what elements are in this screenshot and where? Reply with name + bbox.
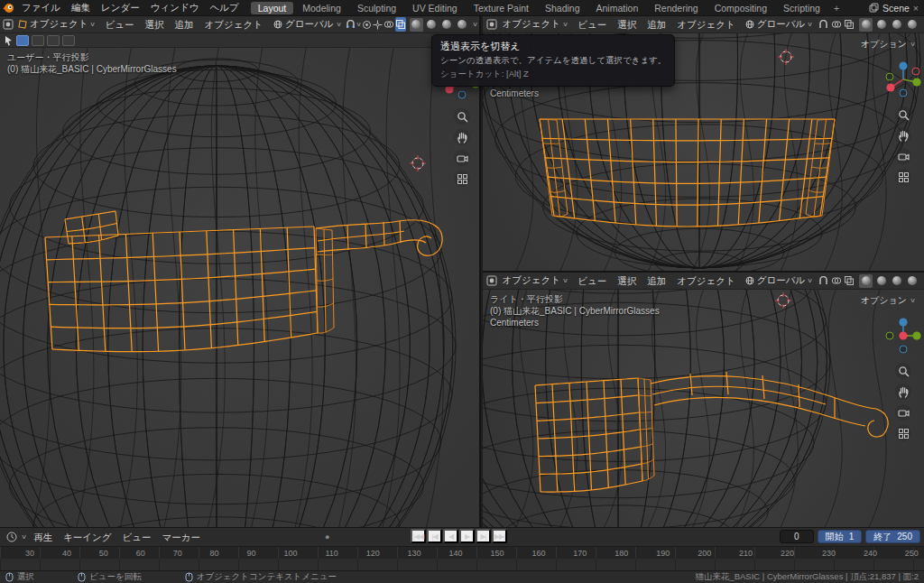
timeline-menu-item[interactable]: マーカー — [157, 530, 207, 545]
pan-hand-icon[interactable] — [895, 384, 911, 400]
topbar-menu-item[interactable]: レンダー — [96, 0, 145, 15]
topbar-menu-item[interactable]: ウィンドウ — [145, 0, 205, 15]
orthographic-toggle-icon[interactable] — [454, 171, 470, 187]
shading-solid-button[interactable] — [425, 18, 439, 32]
auto-keying-button[interactable]: ● — [325, 532, 329, 541]
viewport-menu-item[interactable]: 追加 — [170, 17, 199, 32]
camera-view-icon[interactable] — [895, 404, 911, 421]
proportional-edit-icon[interactable] — [362, 17, 372, 32]
topbar-menu-item[interactable]: ファイル — [16, 0, 66, 15]
camera-view-icon[interactable] — [454, 150, 470, 166]
viewport-menu-item[interactable]: オブジェクト — [671, 17, 740, 32]
xray-toggle-button[interactable] — [395, 17, 406, 32]
mode-selector[interactable]: オブジェクト ∨ — [499, 17, 572, 32]
viewport-bottom-right[interactable]: ライト・平行投影 (0) 猫山来花_BASIC | CyberMirrorGla… — [483, 290, 924, 527]
timeline-menu-item[interactable]: キーイング — [58, 530, 116, 545]
timeline-editor-type-icon[interactable] — [4, 530, 20, 544]
overlays-toggle-icon[interactable] — [383, 17, 394, 32]
scene-selector[interactable]: Scene × — [864, 3, 924, 14]
camera-view-icon[interactable] — [895, 148, 911, 164]
timeline-menu-item[interactable]: ビュー — [117, 530, 157, 545]
workspace-tab[interactable]: Texture Paint — [467, 2, 536, 14]
select-mode-intersect-button[interactable] — [62, 35, 75, 46]
mode-selector[interactable]: オブジェクト ∨ — [14, 17, 99, 32]
viewport-menu-item[interactable]: 追加 — [642, 273, 671, 289]
viewport-menu-item[interactable]: 選択 — [140, 17, 170, 32]
xray-toggle-button[interactable] — [843, 273, 855, 288]
workspace-tab[interactable]: UV Editing — [405, 2, 465, 14]
snap-magnet-icon[interactable] — [817, 17, 829, 32]
shading-wireframe-button[interactable] — [410, 18, 423, 32]
overlays-toggle-icon[interactable] — [830, 273, 843, 288]
shading-material-button[interactable] — [890, 18, 903, 32]
pan-hand-icon[interactable] — [454, 129, 470, 145]
workspace-tab[interactable]: Layout — [251, 2, 294, 14]
navigation-gizmo[interactable] — [882, 59, 924, 100]
workspace-tab[interactable]: Scripting — [776, 2, 827, 14]
viewport-menu-item[interactable]: ビュー — [100, 17, 140, 32]
viewport-menu-item[interactable]: 選択 — [612, 273, 642, 289]
viewport-menu-item[interactable]: ビュー — [572, 17, 612, 32]
transform-orientation-selector[interactable]: グローバル ∨ — [742, 17, 817, 32]
shading-rendered-button[interactable] — [905, 274, 919, 288]
viewport-menu-item[interactable]: オブジェクト — [199, 17, 268, 32]
jump-to-start-button[interactable]: |◀◀ — [411, 529, 426, 543]
zoom-icon[interactable] — [454, 108, 470, 125]
viewport-menu-item[interactable]: オブジェクト — [671, 273, 740, 289]
current-frame-field[interactable]: 0 — [780, 530, 814, 543]
shading-solid-button[interactable] — [874, 274, 888, 288]
xray-toggle-button[interactable] — [843, 17, 855, 32]
orthographic-toggle-icon[interactable] — [895, 169, 911, 185]
editor-type-button[interactable] — [485, 273, 498, 288]
shading-solid-button[interactable] — [874, 18, 888, 32]
zoom-icon[interactable] — [895, 363, 911, 379]
workspace-tab[interactable]: Compositing — [707, 2, 774, 14]
shading-material-button[interactable] — [440, 18, 454, 32]
select-mode-subtract-button[interactable] — [47, 35, 60, 46]
frame-end-field[interactable]: 終了 250 — [865, 530, 920, 543]
snap-options-chevron-icon[interactable]: ∨ — [356, 21, 362, 28]
previous-keyframe-button[interactable]: |◀ — [427, 529, 442, 543]
blender-logo-icon[interactable] — [0, 1, 16, 15]
viewport-menu-item[interactable]: ビュー — [572, 273, 612, 289]
topbar-menu-item[interactable]: 編集 — [66, 0, 96, 15]
jump-to-end-button[interactable]: ▶▶| — [492, 529, 507, 543]
select-mode-new-button[interactable] — [16, 35, 29, 46]
chevron-down-icon[interactable]: ∨ — [21, 533, 27, 541]
workspace-tab[interactable]: Modeling — [295, 2, 348, 14]
next-keyframe-button[interactable]: ▶| — [476, 529, 491, 543]
orthographic-toggle-icon[interactable] — [895, 425, 911, 441]
add-workspace-button[interactable]: + — [828, 3, 845, 14]
snap-magnet-icon[interactable] — [817, 273, 829, 288]
topbar-menu-item[interactable]: ヘルプ — [204, 0, 244, 15]
timeline-track[interactable] — [0, 559, 924, 570]
navigation-gizmo[interactable] — [882, 315, 924, 356]
viewport-menu-item[interactable]: 追加 — [642, 17, 671, 32]
workspace-tab[interactable]: Sculpting — [350, 2, 403, 14]
mode-selector[interactable]: オブジェクト ∨ — [499, 273, 572, 288]
shading-rendered-button[interactable] — [905, 18, 919, 32]
pan-hand-icon[interactable] — [895, 127, 911, 143]
options-dropdown[interactable]: オプション ∨ — [861, 38, 915, 51]
gizmo-toggle-icon[interactable] — [373, 17, 383, 32]
viewport-left[interactable]: ユーザー・平行投影 (0) 猫山来花_BASIC | CyberMirrorGl… — [0, 48, 479, 527]
timeline-ruler[interactable]: 3040506070809010011012013014015016017018… — [0, 546, 924, 559]
shading-wireframe-button[interactable] — [859, 18, 873, 32]
zoom-icon[interactable] — [895, 106, 911, 123]
play-button[interactable]: ▶ — [459, 529, 475, 543]
transform-orientation-selector[interactable]: グローバル ∨ — [270, 17, 345, 32]
overlays-toggle-icon[interactable] — [830, 17, 843, 32]
options-dropdown[interactable]: オプション ∨ — [861, 294, 915, 307]
shading-options-chevron-icon[interactable]: ∨ — [472, 21, 478, 28]
frame-start-field[interactable]: 開始 1 — [818, 530, 863, 543]
editor-type-button[interactable] — [3, 17, 14, 32]
editor-type-button[interactable] — [485, 17, 498, 32]
shading-rendered-button[interactable] — [456, 18, 469, 32]
transform-orientation-selector[interactable]: グローバル ∨ — [742, 273, 817, 288]
snap-magnet-icon[interactable] — [346, 17, 356, 32]
scene-clear-icon[interactable]: × — [913, 3, 919, 14]
play-reverse-button[interactable]: ◀ — [443, 529, 458, 543]
shading-wireframe-button[interactable] — [859, 274, 873, 288]
shading-material-button[interactable] — [890, 274, 903, 288]
select-mode-extend-button[interactable] — [32, 35, 44, 46]
